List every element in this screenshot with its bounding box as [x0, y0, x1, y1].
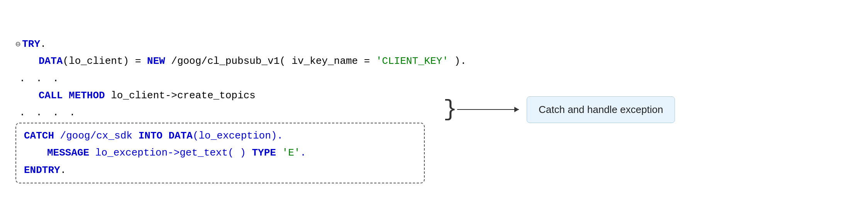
call-keyword: CALL — [39, 87, 63, 104]
message-line: MESSAGE lo_exception->get_text( ) TYPE '… — [24, 144, 416, 161]
endtry-dot: . — [60, 162, 66, 179]
method-name: lo_client->create_topics — [105, 87, 256, 104]
type-keyword: TYPE — [252, 144, 276, 161]
string-client-key: 'CLIENT_KEY' — [376, 53, 448, 70]
data-keyword-2: DATA — [168, 127, 192, 144]
main-container: ⊖ TRY . DATA (lo_client) = NEW /goog/cl_… — [0, 0, 868, 219]
endtry-line: ENDTRY . — [24, 162, 416, 179]
dots-line-2: . . . . — [15, 104, 440, 121]
data-exception — [163, 127, 169, 144]
dots-line-1: . . . — [15, 70, 440, 87]
callout-label: Catch and handle exception — [539, 104, 663, 115]
new-keyword: NEW — [147, 53, 165, 70]
catch-keyword: CATCH — [24, 127, 54, 144]
try-dot: . — [40, 36, 46, 53]
curly-brace: } — [443, 98, 457, 121]
callout-box: Catch and handle exception — [527, 96, 675, 123]
space1 — [63, 87, 69, 104]
exception-var: (lo_exception). — [193, 127, 283, 144]
code-block: ⊖ TRY . DATA (lo_client) = NEW /goog/cl_… — [15, 36, 440, 183]
string-e: 'E' — [282, 144, 300, 161]
try-keyword: TRY — [22, 36, 40, 53]
catch-dashed-box: CATCH /goog/cx_sdk INTO DATA (lo_excepti… — [15, 123, 425, 183]
into-keyword: INTO — [138, 127, 162, 144]
data-args: (lo_client) = — [63, 53, 147, 70]
message-args: lo_exception->get_text( ) — [89, 144, 252, 161]
method-keyword: METHOD — [69, 87, 105, 104]
arrow-container — [457, 109, 519, 110]
catch-line: CATCH /goog/cx_sdk INTO DATA (lo_excepti… — [24, 127, 416, 144]
arrow-line — [457, 109, 519, 110]
space2 — [276, 144, 282, 161]
msg-dot: . — [300, 144, 306, 161]
try-line: ⊖ TRY . — [15, 36, 440, 53]
class-name: /goog/cl_pubsub_v1( iv_key_name = — [165, 53, 376, 70]
closing-paren: ). — [448, 53, 466, 70]
catch-args: /goog/cx_sdk — [54, 127, 138, 144]
message-keyword: MESSAGE — [47, 144, 89, 161]
data-new-line: DATA (lo_client) = NEW /goog/cl_pubsub_v… — [15, 53, 440, 70]
data-keyword: DATA — [39, 53, 63, 70]
dots-2: . . . . — [15, 104, 78, 121]
endtry-keyword: ENDTRY — [24, 162, 60, 179]
call-method-line: CALL METHOD lo_client->create_topics — [15, 87, 440, 104]
collapse-icon[interactable]: ⊖ — [15, 38, 20, 52]
dots-1: . . . — [15, 70, 61, 87]
